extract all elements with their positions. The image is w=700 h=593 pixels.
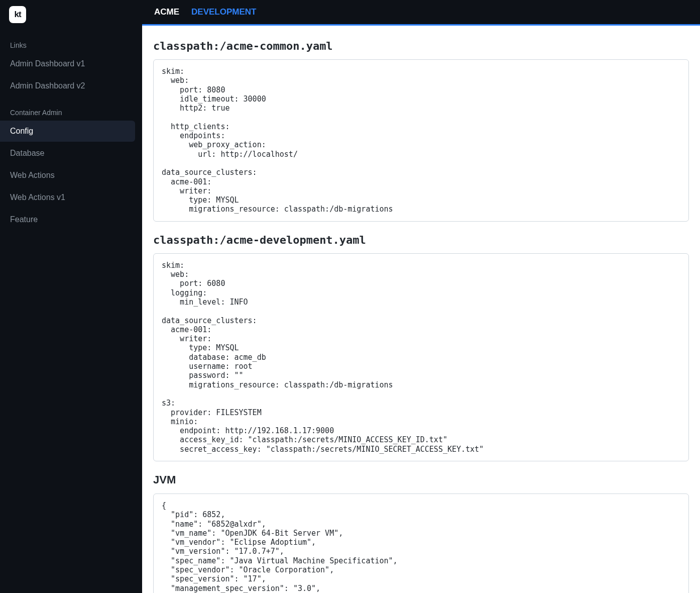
- jvm-content: { "pid": 6852, "name": "6852@alxdr", "vm…: [153, 493, 689, 593]
- sidebar-item-web-actions-v1[interactable]: Web Actions v1: [0, 187, 135, 208]
- sidebar-item-feature[interactable]: Feature: [0, 209, 135, 230]
- main-content: ACME DEVELOPMENT classpath:/acme-common.…: [142, 0, 700, 593]
- jvm-section-title: JVM: [153, 473, 689, 486]
- sidebar-item-admin-dashboard-v2[interactable]: Admin Dashboard v2: [0, 75, 135, 96]
- sidebar: kt Links Admin Dashboard v1 Admin Dashbo…: [0, 0, 142, 593]
- tab-app-name[interactable]: ACME: [154, 7, 179, 17]
- sidebar-item-database[interactable]: Database: [0, 143, 135, 164]
- config-file-title-0: classpath:/acme-common.yaml: [153, 40, 689, 52]
- topbar: ACME DEVELOPMENT: [142, 0, 700, 26]
- config-file-content-1: skim: web: port: 6080 logging: min_level…: [153, 253, 689, 461]
- app-logo[interactable]: kt: [9, 6, 26, 23]
- sidebar-item-admin-dashboard-v1[interactable]: Admin Dashboard v1: [0, 53, 135, 74]
- sidebar-item-config[interactable]: Config: [0, 121, 135, 142]
- config-file-title-1: classpath:/acme-development.yaml: [153, 234, 689, 246]
- content-area: classpath:/acme-common.yaml skim: web: p…: [142, 26, 700, 593]
- tab-environment[interactable]: DEVELOPMENT: [191, 7, 256, 17]
- config-file-content-0: skim: web: port: 8080 idle_timeout: 3000…: [153, 59, 689, 222]
- sidebar-section-links: Links: [0, 38, 142, 52]
- sidebar-item-web-actions[interactable]: Web Actions: [0, 165, 135, 186]
- sidebar-section-container-admin: Container Admin: [0, 106, 142, 120]
